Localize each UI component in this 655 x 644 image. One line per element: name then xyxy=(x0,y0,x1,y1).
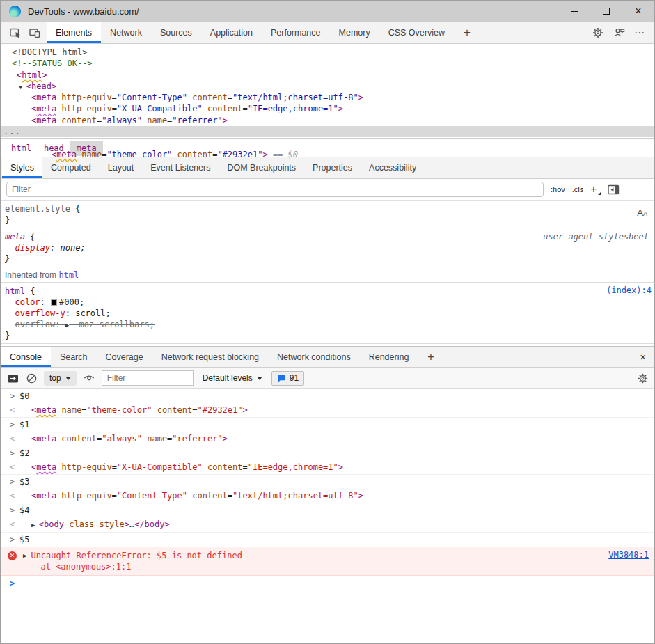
expand-triangle-icon[interactable]: ▶ xyxy=(23,552,26,559)
close-drawer-button[interactable]: × xyxy=(631,347,654,367)
console-settings-button[interactable] xyxy=(637,372,649,384)
dom-line-head[interactable]: ▼ <head> xyxy=(1,81,654,92)
code-token xyxy=(152,405,157,415)
stylesheet-source-link[interactable]: (index):4 xyxy=(606,285,652,295)
console-result: <meta http-equiv="Content-Type" content=… xyxy=(31,489,363,503)
tab-network-request-blocking[interactable]: Network request blocking xyxy=(152,347,268,367)
toggle-cls-button[interactable]: .cls xyxy=(572,185,584,194)
styles-filter-bar: :hov .cls + xyxy=(1,179,654,201)
device-toolbar-button[interactable] xyxy=(26,24,44,42)
css-line[interactable]: } xyxy=(5,330,654,341)
code-token: { xyxy=(25,232,35,242)
tab-dom-breakpoints[interactable]: DOM Breakpoints xyxy=(219,157,304,178)
console-sidebar-toggle-button[interactable] xyxy=(6,372,19,384)
console-result-row[interactable]: <<meta content="always" name="referrer"> xyxy=(1,432,654,446)
more-options-button[interactable]: ⋯ xyxy=(631,24,649,42)
css-line[interactable]: html { xyxy=(5,285,654,297)
css-line[interactable]: element.style { xyxy=(5,203,654,214)
console-input-row[interactable]: >$5 xyxy=(1,533,654,547)
inherited-node-link[interactable]: html xyxy=(58,270,79,280)
feedback-button[interactable] xyxy=(610,24,628,42)
console-result-row[interactable]: <<meta http-equiv="X-UA-Compatible" cont… xyxy=(1,460,654,475)
minimize-button[interactable] xyxy=(558,1,590,22)
tab-computed[interactable]: Computed xyxy=(42,157,100,178)
console-prompt[interactable]: > xyxy=(1,576,654,591)
tab-console[interactable]: Console xyxy=(1,347,51,367)
code-token: = xyxy=(228,491,232,501)
console-result-row[interactable]: <<meta http-equiv="Content-Type" content… xyxy=(1,489,654,503)
console-input-row[interactable]: >$1 xyxy=(1,418,654,432)
css-line[interactable]: color: #000; xyxy=(5,297,654,308)
console-error-row[interactable]: ✕ ▶ Uncaught ReferenceError: $5 is not d… xyxy=(1,547,654,576)
inspect-element-button[interactable] xyxy=(6,24,24,42)
html-rule-section[interactable]: html { color: #000; overflow-y: scroll; … xyxy=(1,283,654,344)
title-bar: DevTools - www.baidu.com/ × xyxy=(1,1,654,22)
maximize-button[interactable] xyxy=(590,1,622,22)
new-style-rule-button[interactable]: + xyxy=(590,183,600,196)
gear-icon xyxy=(637,372,649,384)
tab-styles[interactable]: Styles xyxy=(2,157,42,178)
code-token: content xyxy=(207,104,243,113)
console-result-row[interactable]: <▶ <body class style>…</body> xyxy=(1,517,654,533)
font-editor-icon[interactable]: AA xyxy=(637,207,647,218)
code-token: "referrer" xyxy=(172,434,222,443)
tab-css-overview[interactable]: CSS Overview xyxy=(379,22,454,43)
tab-network[interactable]: Network xyxy=(101,22,151,43)
tab-network-conditions[interactable]: Network conditions xyxy=(268,347,360,367)
toggle-computed-sidebar-button[interactable] xyxy=(608,184,620,195)
css-line[interactable]: overflow-y: scroll; xyxy=(5,308,654,319)
dom-gutter-dots[interactable]: ... xyxy=(3,126,21,137)
log-levels-dropdown[interactable]: Default levels xyxy=(200,373,265,383)
dom-line-meta-xua[interactable]: <meta http-equiv="X-UA-Compatible" conte… xyxy=(1,103,654,114)
tab-rendering[interactable]: Rendering xyxy=(360,347,418,367)
tab-event-listeners[interactable]: Event Listeners xyxy=(142,157,219,178)
console-input-row[interactable]: >$2 xyxy=(1,446,654,460)
dom-line-html[interactable]: <html> xyxy=(1,70,654,81)
issues-badge[interactable]: 91 xyxy=(271,371,304,386)
execution-context-dropdown[interactable]: top xyxy=(44,371,77,386)
context-label: top xyxy=(49,373,61,383)
console-result-row[interactable]: <<meta name="theme-color" content="#2932… xyxy=(1,403,654,418)
tab-coverage[interactable]: Coverage xyxy=(96,347,152,367)
css-line[interactable]: } xyxy=(5,253,654,265)
tab-search[interactable]: Search xyxy=(51,347,97,367)
clear-console-button[interactable] xyxy=(26,372,38,384)
more-drawer-tabs-button[interactable]: + xyxy=(418,347,443,367)
tab-performance[interactable]: Performance xyxy=(262,22,330,43)
dom-line-meta-referrer[interactable]: <meta content="always" name="referrer"> xyxy=(1,115,654,126)
css-line[interactable]: } xyxy=(5,214,654,226)
toggle-hov-button[interactable]: :hov xyxy=(551,185,565,194)
code-token: <meta xyxy=(31,434,56,443)
element-style-section[interactable]: element.style { } AA xyxy=(1,201,654,228)
css-line[interactable]: overflow: ▶ -moz-scrollbars; xyxy=(5,319,654,330)
code-token: = xyxy=(112,462,117,472)
dom-line-doctype[interactable]: <!DOCTYPE html> xyxy=(1,47,654,58)
tab-application[interactable]: Application xyxy=(201,22,262,43)
error-source-link[interactable]: VM3848:1 xyxy=(608,550,649,560)
console-input-row[interactable]: >$0 xyxy=(1,389,654,403)
user-agent-rule-section[interactable]: meta { display: none; } user agent style… xyxy=(1,228,654,267)
tab-properties[interactable]: Properties xyxy=(304,157,361,178)
tab-memory[interactable]: Memory xyxy=(330,22,379,43)
tab-accessibility[interactable]: Accessibility xyxy=(361,157,425,178)
code-token xyxy=(172,150,177,159)
close-button[interactable]: × xyxy=(622,1,654,22)
tab-sources[interactable]: Sources xyxy=(151,22,201,43)
console-filter-input[interactable] xyxy=(102,370,194,386)
device-toolbar-icon xyxy=(28,26,42,40)
dom-line-meta-content-type[interactable]: <meta http-equiv="Content-Type" content=… xyxy=(1,92,654,103)
dom-line-meta-theme-color-selected[interactable]: ... <meta name="theme-color" content="#2… xyxy=(1,126,654,137)
error-icon: ✕ xyxy=(8,551,17,560)
console-input-row[interactable]: >$3 xyxy=(1,475,654,489)
create-live-expression-button[interactable] xyxy=(83,372,95,384)
code-token xyxy=(94,519,99,529)
corner-triangle-icon xyxy=(598,192,601,195)
settings-button[interactable] xyxy=(589,24,607,42)
styles-filter-input[interactable] xyxy=(6,182,544,197)
css-line[interactable]: display: none; xyxy=(5,242,654,253)
more-tabs-button[interactable]: + xyxy=(454,22,480,43)
tab-layout[interactable]: Layout xyxy=(100,157,143,178)
tab-elements[interactable]: Elements xyxy=(47,22,101,43)
console-input-row[interactable]: >$4 xyxy=(1,503,654,517)
dom-line-comment[interactable]: <!--STATUS OK--> xyxy=(1,58,654,69)
